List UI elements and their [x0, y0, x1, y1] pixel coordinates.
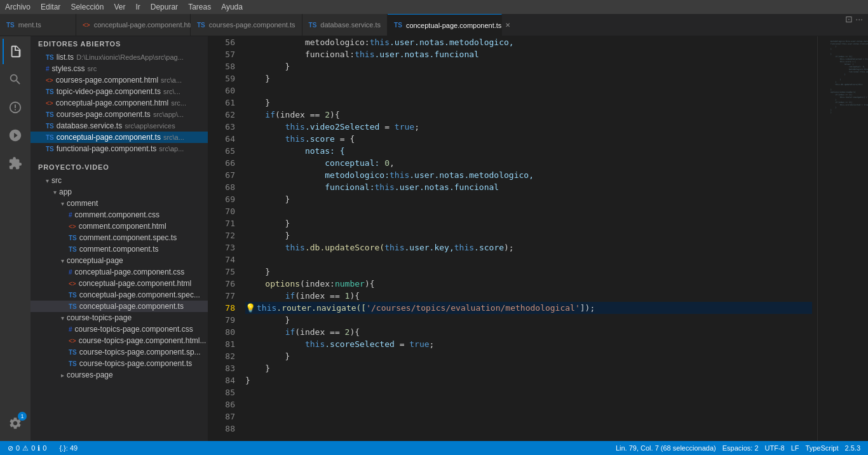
main-area: 1 EDITORES ABIERTOS TS list.ts D:\Linux\… — [0, 36, 868, 441]
tree-file-conceptual-css[interactable]: # conceptual-page.component.css — [31, 266, 208, 278]
statusbar-version[interactable]: 2.5.3 — [843, 444, 863, 452]
code-line-85 — [245, 386, 812, 398]
statusbar-encoding[interactable]: UTF-8 — [763, 444, 787, 452]
extensions-icon[interactable] — [3, 151, 28, 176]
ts-icon: TS — [309, 22, 317, 29]
menu-tareas[interactable]: Tareas — [188, 3, 211, 11]
menu-archivo[interactable]: Archivo — [5, 3, 31, 11]
file-name: comment.component.css — [75, 210, 159, 219]
file-name: list.ts — [57, 53, 74, 62]
code-line-63: this.video2Selected = true; — [245, 121, 812, 133]
file-name: courses-page.component.html — [56, 76, 158, 85]
file-path: src... — [171, 99, 186, 107]
menu-ver[interactable]: Ver — [114, 3, 125, 11]
tree-file-comment-css[interactable]: # comment.component.css — [31, 209, 208, 221]
code-line-70 — [245, 205, 812, 217]
code-line-62: if(index == 2){ — [245, 109, 812, 121]
menubar: Archivo Editar Selección Ver Ir Depurar … — [0, 0, 868, 14]
menu-depurar[interactable]: Depurar — [151, 3, 178, 11]
tree-file-comment-spec[interactable]: TS comment.component.spec.ts — [31, 232, 208, 243]
code-line-61: } — [245, 97, 812, 109]
split-editor-icon[interactable]: ⊡ — [845, 14, 853, 36]
tree-folder-comment[interactable]: ▾ comment — [31, 198, 208, 209]
code-line-64: this.score = { — [245, 133, 812, 145]
code-line-77: if(index == 1){ — [245, 290, 812, 302]
tree-file-course-topics-css[interactable]: # course-topics-page.component.css — [31, 323, 208, 335]
code-line-56: metodologico:this.user.notas.metodologic… — [245, 36, 812, 48]
lightbulb-icon[interactable]: 💡 — [245, 302, 255, 314]
tree-folder-app[interactable]: ▾ app — [31, 186, 208, 198]
sidebar-file-courses-ts[interactable]: TS courses-page.component.ts src\app\... — [31, 109, 208, 120]
menu-ir[interactable]: Ir — [135, 3, 140, 11]
tab-ment-ts[interactable]: TS ment.ts — [0, 14, 76, 36]
menu-seleccion[interactable]: Selección — [71, 3, 104, 11]
menu-editar[interactable]: Editar — [41, 3, 60, 11]
file-path: src — [88, 65, 97, 72]
statusbar-errors[interactable]: ⊘ 0 ⚠ 0 ℹ 0 — [5, 444, 49, 452]
ts-file-icon: TS — [69, 246, 77, 253]
search-icon[interactable] — [3, 67, 28, 92]
tab-conceptual-ts[interactable]: TS conceptual-page.component.ts ✕ — [388, 14, 502, 36]
tree-file-course-topics-spec[interactable]: TS course-topics-page.component.sp... — [31, 346, 208, 358]
sidebar-file-database[interactable]: TS database.service.ts src\app\services — [31, 120, 208, 132]
warning-count: 0 — [31, 444, 35, 452]
folder-name: comment — [67, 199, 98, 208]
sidebar-file-courses-html[interactable]: <> courses-page.component.html src\a... — [31, 74, 208, 86]
tree-folder-conceptual-page[interactable]: ▾ conceptual-page — [31, 255, 208, 266]
statusbar-right: Lin. 79, Col. 7 (68 seleccionada) Espaci… — [613, 444, 863, 452]
tree-folder-src[interactable]: ▾ src — [31, 175, 208, 186]
tree-file-conceptual-ts[interactable]: TS conceptual-page.component.ts — [31, 301, 208, 312]
activity-bar: 1 — [0, 36, 31, 441]
sidebar-file-list-ts[interactable]: TS list.ts D:\Linux\ionic\RedesApp\src\p… — [31, 51, 208, 63]
tree-folder-course-topics[interactable]: ▾ course-topics-page — [31, 312, 208, 323]
sidebar-file-topic-video[interactable]: TS topic-video-page.component.ts src\... — [31, 86, 208, 97]
tree-file-comment-ts[interactable]: TS comment.component.ts — [31, 243, 208, 255]
tab-database-ts[interactable]: TS database.service.ts — [302, 14, 388, 36]
file-path: src\app\services — [125, 122, 175, 130]
statusbar-eol[interactable]: LF — [789, 444, 802, 452]
html-file-icon: <> — [46, 100, 53, 107]
ts-file-icon: TS — [46, 146, 54, 153]
ts-file-icon: TS — [46, 123, 54, 130]
sidebar-file-functional[interactable]: TS functional-page.component.ts src\ap..… — [31, 143, 208, 154]
code-area[interactable]: metodologico:this.user.notas.metodologic… — [240, 36, 817, 441]
tree-file-conceptual-html[interactable]: <> conceptual-page.component.html — [31, 278, 208, 289]
git-icon[interactable] — [3, 95, 28, 120]
tab-conceptual-html[interactable]: <> conceptual-page.component.html — [76, 14, 191, 36]
ts-file-icon: TS — [69, 303, 77, 310]
tree-folder-courses-page[interactable]: ▸ courses-page — [31, 369, 208, 381]
ts-icon: TS — [394, 22, 402, 29]
tree-file-comment-html[interactable]: <> comment.component.html — [31, 221, 208, 232]
debug-icon[interactable] — [3, 123, 28, 148]
file-name: comment.component.html — [79, 222, 166, 231]
tree-file-conceptual-spec[interactable]: TS conceptual-page.component.spec... — [31, 289, 208, 301]
version-label: 2.5.3 — [845, 444, 860, 452]
statusbar-spaces[interactable]: Espacios: 2 — [720, 444, 761, 452]
tab-courses-ts[interactable]: TS courses-page.component.ts — [191, 14, 302, 36]
menu-ayuda[interactable]: Ayuda — [221, 3, 243, 11]
more-actions-icon[interactable]: ··· — [855, 14, 863, 36]
css-file-icon: # — [69, 269, 72, 276]
sidebar: EDITORES ABIERTOS TS list.ts D:\Linux\io… — [31, 36, 208, 441]
sidebar-file-conceptual-html[interactable]: <> conceptual-page.component.html src... — [31, 97, 208, 109]
sidebar-file-conceptual-ts[interactable]: TS conceptual-page.component.ts src\a... — [31, 132, 208, 143]
files-icon[interactable] — [3, 39, 28, 64]
code-line-65: notas: { — [245, 145, 812, 157]
html-file-icon: <> — [69, 337, 76, 344]
html-file-icon: <> — [69, 280, 76, 287]
file-name: course-topics-page.component.html... — [79, 336, 207, 345]
code-line-78: 💡this.router.navigate(['/courses/topics/… — [245, 302, 812, 314]
statusbar-format[interactable]: {.}: 49 — [57, 444, 80, 452]
statusbar-language[interactable]: TypeScript — [803, 444, 841, 452]
open-editors-title: EDITORES ABIERTOS — [31, 36, 208, 51]
settings-icon[interactable]: 1 — [3, 411, 28, 436]
position-label: Lin. 79, Col. 7 (68 seleccionada) — [616, 444, 716, 452]
folder-name: conceptual-page — [67, 256, 123, 265]
tab-close-icon[interactable]: ✕ — [505, 22, 510, 29]
tree-file-course-topics-ts[interactable]: TS course-topics-page.component.ts — [31, 358, 208, 369]
statusbar-position[interactable]: Lin. 79, Col. 7 (68 seleccionada) — [613, 444, 719, 452]
tree-file-course-topics-html[interactable]: <> course-topics-page.component.html... — [31, 335, 208, 346]
sidebar-file-styles[interactable]: # styles.css src — [31, 63, 208, 74]
chevron-down-icon: ▾ — [61, 257, 64, 264]
code-line-76: options(index:number){ — [245, 278, 812, 290]
